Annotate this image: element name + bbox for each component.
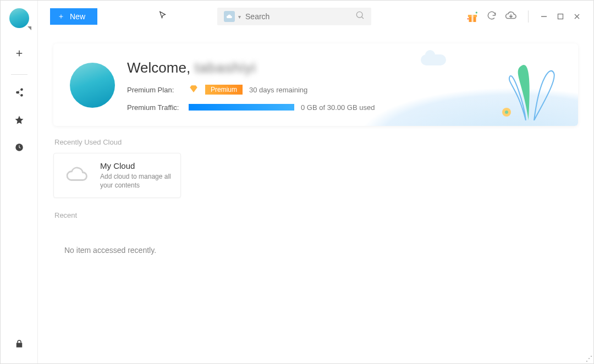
gem-icon	[189, 84, 199, 96]
search-input[interactable]	[245, 12, 356, 21]
traffic-label: Premium Traffic:	[127, 103, 182, 112]
maximize-button[interactable]	[556, 12, 565, 21]
sidebar	[1, 1, 38, 363]
clock-icon[interactable]	[9, 137, 29, 157]
svg-point-4	[476, 12, 477, 13]
cloud-selector-icon[interactable]	[224, 11, 235, 22]
search-box[interactable]: ▾	[217, 8, 371, 25]
cursor-icon	[158, 10, 168, 23]
topbar: New ▾	[38, 1, 593, 32]
svg-point-5	[468, 18, 469, 19]
search-icon[interactable]	[356, 11, 365, 22]
gift-icon[interactable]	[465, 10, 479, 23]
sync-icon[interactable]	[486, 10, 497, 23]
lock-icon[interactable]	[9, 334, 29, 354]
close-button[interactable]	[573, 12, 581, 21]
star-icon[interactable]	[9, 110, 29, 130]
my-cloud-card[interactable]: My Cloud Add cloud to manage all your co…	[53, 153, 181, 198]
new-button[interactable]: New	[50, 8, 97, 25]
welcome-username: tabashiyi	[195, 59, 256, 76]
section-recent: Recent	[54, 211, 578, 219]
sidebar-avatar[interactable]	[9, 8, 29, 28]
welcome-card: Welcome, tabashiyi Premium Plan: Premium…	[53, 43, 578, 126]
section-recently-used-cloud: Recently Used Cloud	[54, 138, 578, 146]
svg-point-8	[505, 111, 508, 114]
content: Welcome, tabashiyi Premium Plan: Premium…	[38, 32, 593, 363]
premium-badge: Premium	[205, 85, 243, 95]
new-button-label: New	[70, 12, 85, 21]
main: New ▾	[38, 1, 593, 363]
add-icon[interactable]	[9, 43, 29, 63]
cloud-card-title: My Cloud	[100, 161, 172, 170]
empty-state: No item accessed recently.	[64, 246, 578, 255]
resize-grip[interactable]: ⋰	[586, 355, 592, 362]
welcome-prefix: Welcome,	[127, 59, 190, 76]
traffic-used: 0 GB of 30.00 GB used	[301, 103, 375, 112]
minimize-button[interactable]	[540, 12, 548, 21]
chevron-down-icon[interactable]: ▾	[238, 14, 241, 20]
cloud-download-icon[interactable]	[505, 9, 517, 24]
plan-label: Premium Plan:	[127, 86, 182, 94]
cloud-card-desc: Add cloud to manage all your contents	[100, 173, 172, 190]
welcome-avatar	[70, 63, 115, 108]
plan-remaining: 30 days remaining	[249, 86, 307, 94]
share-icon[interactable]	[9, 82, 29, 102]
decoration-plants	[496, 49, 562, 120]
svg-rect-6	[558, 14, 563, 19]
divider	[528, 10, 529, 23]
sidebar-divider	[11, 74, 28, 75]
plus-icon	[58, 13, 64, 20]
cloud-outline-icon	[63, 163, 91, 188]
svg-rect-3	[471, 15, 473, 22]
traffic-bar	[189, 104, 294, 111]
decoration-cloud	[421, 54, 446, 65]
